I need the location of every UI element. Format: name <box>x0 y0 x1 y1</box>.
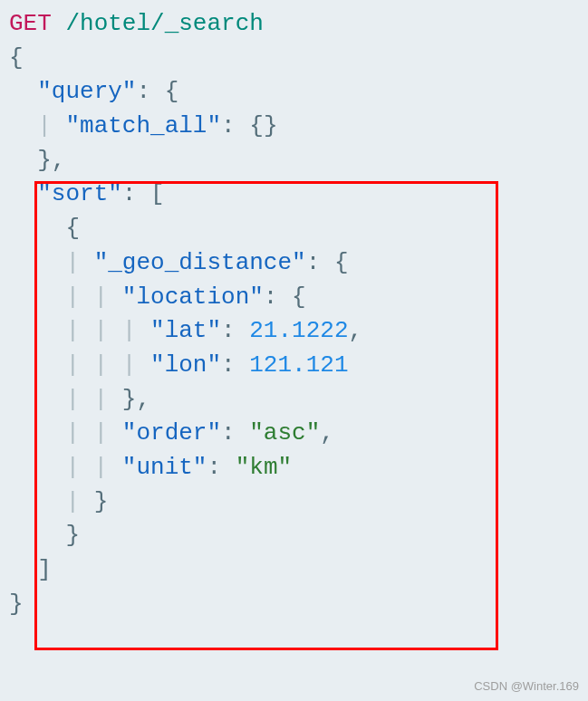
location-key: "location" <box>122 283 264 311</box>
sort-key: "sort" <box>37 180 122 207</box>
query-key: "query" <box>37 78 136 105</box>
request-line: GET /hotel/_search <box>9 7 579 42</box>
code-line: | | }, <box>9 383 579 418</box>
lat-value: 21.1222 <box>249 317 348 344</box>
order-value: "asc" <box>249 419 320 447</box>
code-line: | | | "lon": 121.121 <box>9 349 579 383</box>
lon-key: "lon" <box>150 351 221 379</box>
http-method: GET <box>9 10 52 37</box>
match-all-key: "match_all" <box>65 112 221 139</box>
order-key: "order" <box>122 419 221 447</box>
code-line: | | "unit": "km" <box>9 451 579 485</box>
code-line: | | | "lat": 21.1222, <box>9 314 579 349</box>
code-line: | "match_all": {} <box>9 110 579 144</box>
unit-key: "unit" <box>122 454 207 481</box>
code-line: | "_geo_distance": { <box>9 246 579 281</box>
code-line: | | "location": { <box>9 281 579 315</box>
watermark-text: CSDN @Winter.169 <box>474 678 579 696</box>
code-block: GET /hotel/_search { "query": { | "match… <box>9 7 579 621</box>
lon-value: 121.121 <box>249 351 348 379</box>
code-line: }, <box>9 144 579 178</box>
code-line: "sort": [ <box>9 178 579 212</box>
code-line: { <box>9 42 579 76</box>
lat-key: "lat" <box>150 317 221 344</box>
code-line: ] <box>9 553 579 588</box>
unit-value: "km" <box>236 454 292 481</box>
code-line: | | "order": "asc", <box>9 417 579 451</box>
code-line: } <box>9 588 579 622</box>
code-line: { <box>9 212 579 246</box>
geo-distance-key: "_geo_distance" <box>94 249 306 276</box>
request-path: /hotel/_search <box>65 10 263 37</box>
code-line: } <box>9 519 579 553</box>
code-line: "query": { <box>9 75 579 110</box>
code-line: | } <box>9 485 579 520</box>
